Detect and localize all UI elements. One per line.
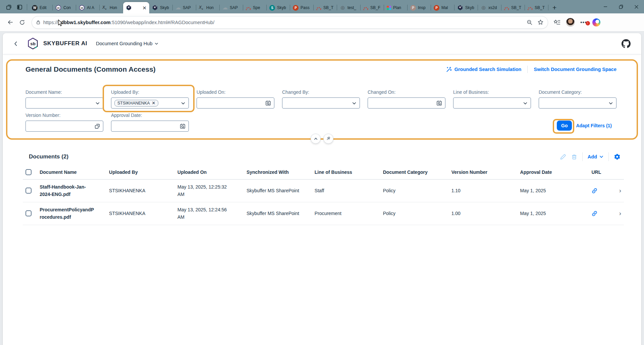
browser-tab[interactable]: SB_F — [361, 2, 384, 13]
browser-tab[interactable]: SB_T — [525, 2, 548, 13]
browser-tab[interactable]: ⊕xs2d — [478, 2, 501, 13]
browser-tab[interactable]: Plan — [384, 2, 408, 13]
tab-label: test_ — [347, 5, 358, 10]
browser-tab[interactable]: SB_T — [314, 2, 337, 13]
window-minimize-button[interactable] — [598, 0, 613, 13]
pin-filter-bar-button[interactable] — [323, 134, 333, 144]
filter-input-uploaded-on[interactable] — [197, 97, 274, 109]
select-all-checkbox[interactable] — [25, 169, 32, 175]
tab-close-icon[interactable]: ✕ — [142, 5, 147, 10]
browser-tab[interactable]: XsHon — [100, 2, 123, 13]
browser-tab[interactable]: ☁SAP — [220, 2, 243, 13]
filter-input-document-name[interactable] — [25, 97, 103, 109]
filter-token[interactable]: STSIKHANENKA✕ — [114, 100, 158, 107]
url-link-icon[interactable] — [591, 188, 613, 194]
tab-label: SB_T — [511, 5, 522, 10]
filter-input-line-of-business[interactable] — [453, 97, 531, 109]
back-icon[interactable] — [4, 16, 16, 28]
browser-menu-icon[interactable]: •••↑ — [580, 19, 587, 25]
select-chevron-down-icon[interactable] — [608, 101, 613, 106]
url-link-icon[interactable] — [591, 210, 613, 217]
vertical-tabs-icon[interactable] — [15, 2, 24, 12]
column-header[interactable]: Document Category — [380, 165, 449, 179]
adapt-filters-link[interactable]: Adapt Filters (1) — [576, 123, 612, 128]
window-close-button[interactable] — [629, 0, 644, 13]
filter-input-changed-on[interactable] — [368, 97, 445, 109]
refresh-icon[interactable] — [16, 16, 28, 28]
xs-icon: Xs — [102, 5, 108, 10]
row-navigation-chevron-icon[interactable]: › — [619, 210, 621, 217]
profile-avatar[interactable] — [566, 18, 575, 27]
date-picker-icon[interactable] — [265, 100, 271, 106]
filter-input-uploaded-by[interactable]: STSIKHANENKA✕ — [111, 97, 189, 109]
column-header[interactable]: Uploaded By — [106, 165, 175, 179]
row-navigation-chevron-icon[interactable]: › — [619, 187, 621, 194]
browser-tab[interactable]: PInsp — [408, 2, 431, 13]
row-checkbox[interactable] — [25, 188, 32, 194]
favorites-list-icon[interactable] — [553, 19, 560, 25]
app-title-menu[interactable]: Document Grounding Hub — [96, 41, 158, 46]
table-row[interactable]: ProcurementPolicyandProcedures.pdfSTSIKH… — [23, 202, 624, 225]
table-cell: May 13, 2025, 12:24:56 AM — [175, 202, 244, 225]
add-button[interactable]: Add — [588, 154, 603, 159]
actions-divider — [527, 66, 528, 73]
tab-actions-icon[interactable] — [4, 2, 13, 12]
value-help-icon[interactable] — [95, 124, 100, 129]
browser-tab[interactable]: sbAI A — [76, 2, 100, 13]
url-text[interactable]: https://hdbbw1.skybuffer.com:51090/webap… — [43, 20, 524, 25]
column-header[interactable]: URL — [589, 165, 616, 179]
filter-row-2: Version Number:Approval Date: — [25, 113, 616, 132]
filter-input-version-number[interactable] — [25, 121, 103, 132]
edit-icon[interactable] — [560, 154, 566, 160]
grounded-search-simulation-link[interactable]: Grounded Search Simulation — [446, 67, 522, 72]
browser-tab[interactable]: Skyb — [454, 2, 478, 13]
skybuffer-spark-icon — [126, 5, 132, 11]
date-picker-icon[interactable] — [436, 100, 442, 106]
date-picker-icon[interactable] — [180, 123, 185, 129]
browser-tab[interactable]: XsHon — [196, 2, 220, 13]
select-chevron-down-icon[interactable] — [95, 101, 100, 106]
github-icon[interactable] — [622, 39, 631, 48]
collapse-filter-bar-button[interactable] — [311, 134, 321, 144]
column-header[interactable]: Approval Date — [518, 165, 589, 179]
browser-tab[interactable]: Spe — [243, 2, 267, 13]
filter-input-document-category[interactable] — [539, 97, 616, 109]
browser-tab[interactable]: ⊕test_ — [337, 2, 361, 13]
column-header[interactable]: Version Number — [449, 165, 518, 179]
select-chevron-down-icon[interactable] — [523, 101, 528, 106]
switch-grounding-space-link[interactable]: Switch Document Grounding Space — [534, 67, 616, 72]
column-header[interactable]: Synchronized With — [244, 165, 312, 179]
select-chevron-down-icon[interactable] — [181, 101, 185, 106]
documents-table: Document NameUploaded ByUploaded OnSynch… — [23, 165, 624, 225]
window-restore-button[interactable] — [613, 0, 629, 13]
column-header[interactable]: Document Name — [37, 165, 106, 179]
tab-label: Spe — [253, 5, 264, 10]
column-header[interactable]: Line of Business — [312, 165, 380, 179]
browser-tab[interactable]: SB_T — [501, 2, 525, 13]
copilot-icon[interactable] — [592, 18, 600, 26]
browser-tab[interactable]: PMal — [431, 2, 454, 13]
browser-tab[interactable]: Skyb — [149, 2, 173, 13]
browser-tab[interactable]: WEdit — [29, 2, 53, 13]
browser-tab[interactable]: ☁SAP — [173, 2, 196, 13]
settings-gear-icon[interactable] — [614, 153, 621, 160]
new-tab-button[interactable]: + — [552, 4, 556, 11]
row-checkbox[interactable] — [25, 210, 32, 216]
browser-tab[interactable]: sbCon — [53, 2, 76, 13]
browser-tab[interactable]: SSkyb — [267, 2, 290, 13]
zoom-out-icon[interactable] — [527, 19, 533, 25]
shell-back-icon[interactable] — [13, 41, 18, 46]
filter-input-changed-by[interactable] — [282, 97, 360, 109]
lock-icon[interactable] — [36, 20, 41, 25]
address-bar[interactable]: https://hdbbw1.skybuffer.com:51090/webap… — [32, 16, 548, 29]
column-header[interactable]: Uploaded On — [175, 165, 244, 179]
go-button[interactable]: Go — [557, 121, 572, 131]
favorite-star-icon[interactable] — [537, 19, 544, 25]
table-row[interactable]: Staff-Handbook-Jan-2024-ENG.pdfSTSIKHANE… — [23, 179, 624, 202]
browser-tab[interactable]: PPass — [290, 2, 314, 13]
token-remove-icon[interactable]: ✕ — [152, 101, 156, 105]
delete-icon[interactable] — [571, 154, 577, 160]
browser-tab-active[interactable]: ✕ — [123, 2, 149, 13]
filter-input-approval-date[interactable] — [111, 121, 189, 132]
select-chevron-down-icon[interactable] — [352, 101, 357, 106]
